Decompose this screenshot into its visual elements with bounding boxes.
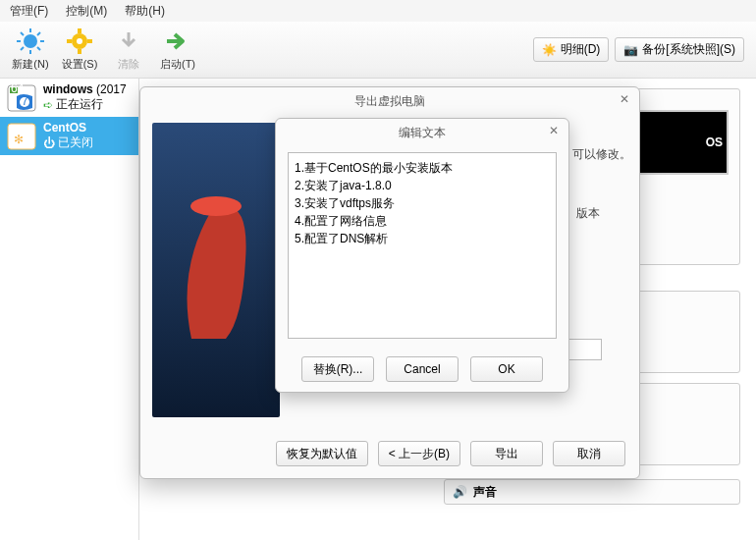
menubar: 管理(F) 控制(M) 帮助(H): [0, 0, 756, 22]
start-label: 启动(T): [160, 57, 195, 72]
export-title: 导出虚拟电脑: [354, 93, 425, 110]
windows-os-icon: 647: [6, 83, 37, 113]
export-button[interactable]: 导出: [470, 441, 543, 466]
close-icon[interactable]: ✕: [549, 124, 559, 137]
sound-label: 声音: [473, 484, 497, 501]
svg-rect-11: [78, 28, 81, 33]
vm-status: 正在运行: [56, 96, 103, 113]
svg-line-5: [21, 32, 24, 35]
svg-rect-12: [78, 49, 81, 54]
edit-title: 编辑文本: [399, 125, 446, 141]
detail-label: 明细(D): [561, 41, 601, 58]
svg-rect-14: [87, 39, 92, 43]
settings-button[interactable]: 设置(S): [55, 24, 104, 77]
cancel-button[interactable]: Cancel: [386, 356, 459, 382]
svg-line-8: [21, 47, 24, 50]
cancel-button[interactable]: 取消: [553, 441, 625, 466]
svg-point-22: [190, 196, 242, 216]
vm-item-windows[interactable]: 647 windows (2017 ➪正在运行: [0, 79, 138, 117]
detail-button[interactable]: ☀️ 明细(D): [533, 37, 610, 62]
new-label: 新建(N): [12, 57, 48, 72]
start-button[interactable]: 启动(T): [153, 24, 202, 77]
vm-name: windows: [43, 82, 93, 96]
wizard-image: [152, 123, 280, 417]
vm-list: 647 windows (2017 ➪正在运行 ✻ CentOS ⏻已关闭: [0, 79, 139, 540]
gear-icon: [65, 27, 94, 55]
clear-button: 清除: [104, 24, 153, 77]
menu-file[interactable]: 管理(F): [10, 3, 48, 20]
restore-default-button[interactable]: 恢复为默认值: [276, 441, 368, 466]
clear-label: 清除: [118, 57, 139, 72]
svg-point-10: [77, 38, 82, 44]
edit-titlebar: 编辑文本 ✕: [276, 119, 568, 146]
vm-item-centos[interactable]: ✻ CentOS ⏻已关闭: [0, 117, 138, 155]
power-icon: ⏻: [43, 136, 55, 150]
menu-control[interactable]: 控制(M): [66, 3, 107, 20]
svg-line-6: [37, 47, 40, 50]
camera-icon: 📷: [623, 43, 638, 57]
svg-line-7: [37, 32, 40, 35]
prev-button[interactable]: < 上一步(B): [378, 441, 460, 466]
vm-preview[interactable]: OS: [636, 110, 729, 175]
settings-label: 设置(S): [62, 57, 98, 72]
speaker-icon: 🔊: [453, 485, 467, 499]
export-titlebar: 导出虚拟电脑 ✕: [140, 87, 639, 115]
vm-status: 已关闭: [58, 135, 93, 151]
sun-icon: [16, 27, 45, 55]
svg-point-0: [24, 34, 37, 48]
svg-text:✻: ✻: [14, 133, 24, 146]
svg-text:7: 7: [22, 94, 28, 108]
centos-os-icon: ✻: [6, 122, 37, 151]
export-hint: 可以修改。: [572, 146, 631, 163]
sun-small-icon: ☀️: [542, 43, 557, 57]
vm-ver: (2017: [96, 82, 127, 96]
running-icon: ➪: [43, 98, 53, 112]
new-button[interactable]: 新建(N): [6, 24, 55, 77]
vm-name: CentOS: [43, 121, 93, 135]
down-arrow-icon: [114, 27, 143, 55]
replace-button[interactable]: 替换(R)...: [301, 356, 374, 382]
snapshot-label: 备份[系统快照](S): [642, 41, 735, 58]
svg-rect-13: [67, 39, 72, 43]
preview-text: OS: [706, 135, 723, 149]
ok-button[interactable]: OK: [470, 356, 543, 382]
close-icon[interactable]: ✕: [620, 92, 629, 106]
toolbar: 新建(N) 设置(S) 清除 启动(T) ☀️ 明细(D) 📷 备份[系统快照]…: [0, 22, 756, 79]
menu-help[interactable]: 帮助(H): [125, 3, 165, 20]
snapshot-button[interactable]: 📷 备份[系统快照](S): [615, 37, 744, 62]
sound-section[interactable]: 🔊 声音: [444, 479, 740, 505]
edit-textarea[interactable]: [288, 152, 557, 339]
play-arrow-icon: [163, 27, 192, 55]
edit-text-dialog: 编辑文本 ✕ 替换(R)... Cancel OK: [275, 118, 569, 393]
export-hint2: 版本: [576, 205, 600, 222]
